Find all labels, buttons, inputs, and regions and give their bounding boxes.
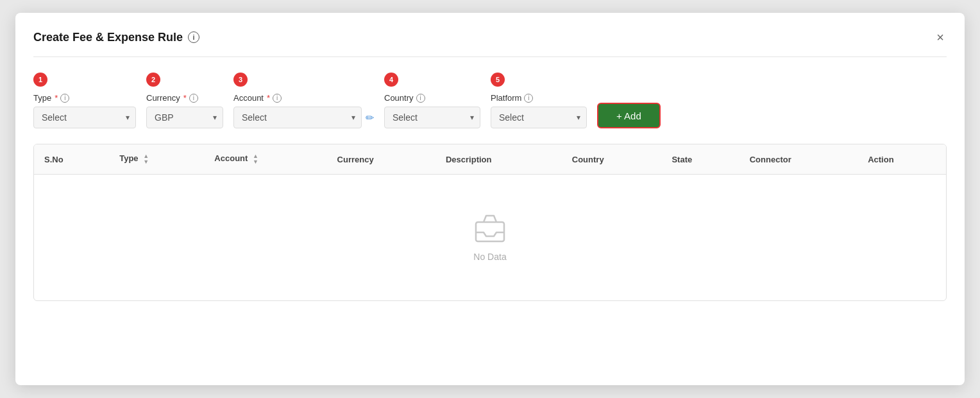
type-info-icon[interactable]: i [60, 94, 69, 103]
country-label: Country i [384, 93, 480, 103]
currency-required-star: * [183, 93, 187, 103]
col-currency: Currency [327, 144, 435, 175]
platform-select-wrapper: Select ▾ [491, 107, 587, 128]
platform-info-icon[interactable]: i [524, 94, 533, 103]
step-5-badge: 5 [491, 73, 505, 87]
account-select-wrapper: Select ▾ [233, 107, 362, 128]
account-edit-icon[interactable]: ✏ [366, 112, 374, 124]
modal-title-text: Create Fee & Expense Rule [33, 31, 183, 44]
country-info-icon[interactable]: i [416, 94, 425, 103]
account-select[interactable]: Select [233, 107, 362, 128]
type-label: Type * i [33, 93, 136, 103]
modal-header: Create Fee & Expense Rule i × [33, 28, 947, 57]
col-action: Action [858, 144, 946, 175]
no-data-text: No Data [34, 252, 946, 262]
account-sort-icon: ▲▼ [253, 153, 258, 165]
country-select-wrapper: Select ▾ [384, 107, 480, 128]
account-input-row: Select ▾ ✏ [233, 107, 374, 128]
account-label: Account * i [233, 93, 374, 103]
currency-info-icon[interactable]: i [189, 94, 198, 103]
col-state: State [661, 144, 739, 175]
type-sort-icon: ▲▼ [143, 153, 149, 165]
data-table-container: S.No Type ▲▼ Account ▲▼ Currency Descrip… [33, 144, 947, 301]
col-type[interactable]: Type ▲▼ [109, 144, 204, 175]
account-required-star: * [267, 93, 270, 103]
currency-field-group: 2 Currency * i GBP USD EUR ▾ [146, 73, 223, 128]
type-select-wrapper: Select ▾ [33, 107, 136, 128]
step-1-badge: 1 [33, 73, 47, 87]
currency-label: Currency * i [146, 93, 223, 103]
step-4-badge: 4 [384, 73, 398, 87]
account-info-icon[interactable]: i [273, 94, 282, 103]
type-required-star: * [55, 93, 58, 103]
empty-state-row: No Data [34, 175, 946, 301]
step-3-badge: 3 [233, 73, 248, 87]
type-field-group: 1 Type * i Select ▾ [33, 73, 136, 128]
add-button[interactable]: + Add [597, 103, 661, 128]
modal-title: Create Fee & Expense Rule i [33, 31, 199, 44]
platform-select[interactable]: Select [491, 107, 587, 128]
step-2-badge: 2 [146, 73, 160, 87]
col-sno: S.No [34, 144, 109, 175]
title-info-icon[interactable]: i [188, 31, 199, 43]
currency-select[interactable]: GBP USD EUR [146, 107, 223, 128]
type-select[interactable]: Select [33, 107, 136, 128]
platform-label: Platform i [491, 93, 587, 103]
empty-state: No Data [34, 175, 946, 300]
col-connector: Connector [739, 144, 858, 175]
close-button[interactable]: × [934, 28, 947, 46]
account-field-group: 3 Account * i Select ▾ ✏ [233, 73, 374, 128]
no-data-icon [473, 213, 507, 244]
col-account[interactable]: Account ▲▼ [204, 144, 326, 175]
country-field-group: 4 Country i Select ▾ [384, 73, 480, 128]
col-country: Country [562, 144, 662, 175]
create-fee-expense-modal: Create Fee & Expense Rule i × 1 Type * i… [15, 13, 965, 385]
table-header-row: S.No Type ▲▼ Account ▲▼ Currency Descrip… [34, 144, 946, 175]
col-description: Description [435, 144, 562, 175]
form-row: 1 Type * i Select ▾ 2 Currency * i [33, 73, 947, 128]
currency-select-wrapper: GBP USD EUR ▾ [146, 107, 223, 128]
platform-field-group: 5 Platform i Select ▾ [491, 73, 587, 128]
country-select[interactable]: Select [384, 107, 480, 128]
data-table: S.No Type ▲▼ Account ▲▼ Currency Descrip… [34, 144, 946, 300]
